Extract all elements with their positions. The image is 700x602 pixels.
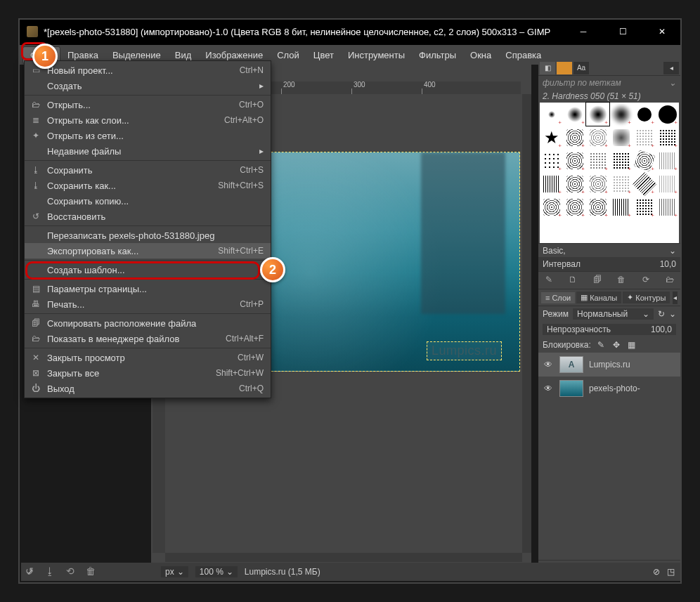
tool-options-icon[interactable]: ⭳	[45, 565, 55, 577]
brush-item[interactable]	[567, 107, 583, 122]
lock-pixels-icon[interactable]: ✎	[595, 340, 607, 350]
minimize-button[interactable]: ─	[564, 18, 603, 45]
scrollbar-vertical[interactable]	[522, 94, 531, 553]
menu-item[interactable]: Создать	[25, 78, 271, 93]
brush-item[interactable]	[613, 176, 630, 192]
tab-fonts-icon[interactable]: Aa	[573, 62, 589, 74]
menu-item[interactable]: 🖶Печать...Ctrl+P	[25, 296, 271, 312]
brush-item[interactable]	[543, 176, 560, 192]
unit-selector[interactable]: px ⌄	[161, 566, 188, 577]
open-brush-icon[interactable]: 🗁	[663, 275, 676, 286]
chevron-down-icon[interactable]: ⌄	[669, 309, 676, 319]
tab-menu-icon[interactable]: ◂	[663, 62, 679, 74]
brush-item[interactable]	[566, 129, 583, 146]
tab-menu-icon[interactable]: ◂	[673, 292, 678, 304]
maximize-button[interactable]: ☐	[603, 18, 642, 45]
brush-item[interactable]	[637, 107, 652, 122]
opacity-slider[interactable]: Непрозрачность 100,0	[543, 324, 676, 335]
brush-info-label: 2. Hardness 050 (51 × 51)	[538, 90, 680, 103]
visibility-eye-icon[interactable]: 👁	[543, 384, 554, 393]
brush-item[interactable]	[659, 129, 676, 146]
brush-item[interactable]	[566, 152, 583, 169]
reset-icon[interactable]: ⟲	[66, 565, 74, 577]
brush-item[interactable]	[543, 199, 560, 216]
layer-row[interactable]: 👁 A Lumpics.ru	[538, 353, 680, 377]
brush-item[interactable]	[590, 199, 607, 216]
brush-item[interactable]	[659, 152, 676, 169]
menu-item-icon: 🗁	[29, 334, 43, 343]
menu-item[interactable]: ⭳Сохранить как...Shift+Ctrl+S	[25, 178, 271, 193]
close-button[interactable]: ✕	[642, 18, 682, 45]
zoom-selector[interactable]: 100 % ⌄	[195, 566, 238, 577]
navigate-icon[interactable]: ◳	[667, 567, 675, 577]
menu-item[interactable]: ⊠Закрыть всеShift+Ctrl+W	[25, 365, 271, 381]
brush-item-selected[interactable]	[589, 105, 607, 124]
brush-item[interactable]	[566, 199, 583, 216]
tab-layers[interactable]: ≡ Слои	[541, 292, 575, 303]
interval-value[interactable]: 10,0	[660, 259, 676, 269]
menu-item[interactable]: ⭳СохранитьCtrl+S	[25, 162, 271, 178]
menu-item[interactable]: ✦Открыть из сети...	[25, 128, 271, 143]
brush-item[interactable]	[613, 152, 630, 169]
layer-row[interactable]: 👁 pexels-photo-	[538, 377, 680, 400]
brush-item[interactable]	[590, 176, 607, 192]
brush-item[interactable]	[659, 176, 676, 192]
layer-name[interactable]: pexels-photo-	[589, 384, 676, 393]
visibility-eye-icon[interactable]: 👁	[543, 360, 554, 369]
brush-item[interactable]	[590, 129, 607, 146]
chevron-down-icon[interactable]: ⌄	[669, 246, 676, 256]
menu-item[interactable]: Перезаписать pexels-photo-531880.jpeg	[25, 228, 271, 243]
menu-item[interactable]: ⏻ВыходCtrl+Q	[25, 381, 271, 396]
menu-item[interactable]: Недавние файлы	[25, 143, 271, 159]
cancel-icon[interactable]: ⊘	[653, 567, 660, 577]
tab-brushes-icon[interactable]: ◧	[540, 62, 555, 74]
lock-alpha-icon[interactable]: ▦	[626, 340, 637, 350]
brush-item[interactable]	[613, 129, 630, 146]
undo-history-icon[interactable]: ↺	[25, 565, 34, 577]
brush-item[interactable]	[566, 176, 583, 192]
new-brush-icon[interactable]: 🗋	[566, 275, 579, 286]
menu-item[interactable]: ✕Закрыть просмотрCtrl+W	[25, 350, 271, 365]
brush-item[interactable]	[636, 129, 653, 146]
text-layer-selection[interactable]: Lumpics.ru	[427, 341, 502, 360]
delete-brush-icon[interactable]: 🗑	[615, 275, 628, 286]
brush-item[interactable]	[543, 152, 560, 169]
brush-item[interactable]	[548, 111, 555, 118]
delete-icon[interactable]: 🗑	[86, 565, 96, 577]
brush-filter-input[interactable]: фильтр по меткам	[543, 78, 621, 88]
menu-item[interactable]: Экспортировать как...Shift+Ctrl+E	[25, 243, 271, 259]
menu-item[interactable]: ↺Восстановить	[25, 209, 271, 224]
brush-preset-label[interactable]: Basic,	[543, 246, 566, 256]
menu-item[interactable]: ≣Открыть как слои...Ctrl+Alt+O	[25, 112, 271, 128]
menu-item[interactable]: 🗁Показать в менеджере файловCtrl+Alt+F	[25, 331, 271, 346]
brush-item[interactable]	[613, 199, 630, 216]
chevron-down-icon[interactable]: ⌄	[669, 78, 676, 88]
brush-item[interactable]	[636, 199, 653, 216]
tab-patterns-icon[interactable]	[557, 62, 572, 74]
lock-position-icon[interactable]: ✥	[611, 340, 622, 350]
layer-name[interactable]: Lumpics.ru	[589, 360, 676, 369]
edit-brush-icon[interactable]: ✎	[543, 275, 555, 286]
mode-reset-icon[interactable]: ↻	[658, 309, 665, 319]
layer-thumbnail[interactable]: A	[559, 356, 583, 373]
refresh-brush-icon[interactable]: ⟳	[640, 275, 652, 286]
brush-item[interactable]	[659, 105, 677, 124]
menu-item[interactable]: 🗁Открыть...Ctrl+O	[25, 97, 271, 112]
tab-paths[interactable]: ✦ Контуры	[623, 292, 670, 303]
mode-dropdown[interactable]: Нормальный⌄	[573, 308, 654, 320]
scrollbar-horizontal[interactable]	[165, 553, 522, 562]
brush-item[interactable]	[590, 152, 607, 169]
brush-item[interactable]	[633, 172, 656, 196]
brush-item[interactable]	[611, 104, 632, 125]
brush-item[interactable]: ★	[544, 129, 559, 146]
menu-item[interactable]: ▭Новый проект...Ctrl+N	[25, 63, 271, 78]
brush-item[interactable]	[659, 199, 676, 216]
brush-grid[interactable]: ★	[540, 103, 679, 243]
tab-channels[interactable]: ▦ Каналы	[576, 292, 621, 303]
menu-item[interactable]: Сохранить копию...	[25, 193, 271, 209]
menu-item[interactable]: 🗐Скопировать расположение файла	[25, 315, 271, 331]
menu-item[interactable]: ▤Параметры страницы...	[25, 281, 271, 296]
layer-thumbnail[interactable]	[559, 380, 583, 397]
brush-item[interactable]	[633, 150, 655, 171]
duplicate-brush-icon[interactable]: 🗐	[591, 275, 604, 286]
